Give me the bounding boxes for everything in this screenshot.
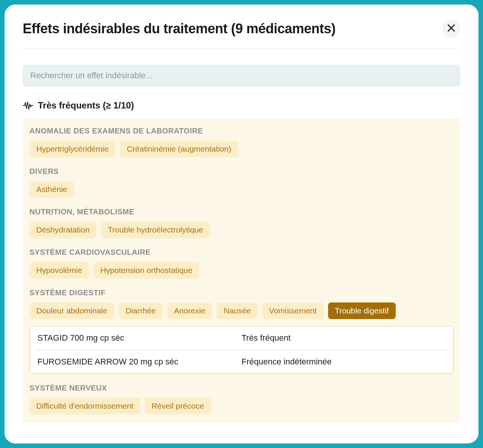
effect-tag[interactable]: Hypotension orthostatique xyxy=(93,262,199,279)
detail-row: STAGID 700 mg cp séc Très fréquent xyxy=(36,326,447,350)
tag-list: Hypovolémie Hypotension orthostatique xyxy=(29,262,454,279)
effect-tag[interactable]: Asthénie xyxy=(29,181,74,198)
detail-drug-name: STAGID 700 mg cp séc xyxy=(37,333,242,343)
effects-panel: ANOMALIE DES EXAMENS DE LABORATOIRE Hype… xyxy=(23,118,460,423)
category-lab: ANOMALIE DES EXAMENS DE LABORATOIRE Hype… xyxy=(29,127,454,157)
close-button[interactable] xyxy=(442,20,460,38)
close-icon xyxy=(447,23,455,35)
tag-list: Hypertriglycéridémie Créatininémie (augm… xyxy=(29,141,454,157)
category-misc: DIVERS Asthénie xyxy=(29,167,454,198)
category-title: SYSTÈME DIGESTIF xyxy=(29,288,454,297)
category-title: SYSTÈME NERVEUX xyxy=(29,384,454,392)
tag-list: Douleur abdominale Diarrhée Anorexie Nau… xyxy=(29,302,454,319)
effect-tag[interactable]: Douleur abdominale xyxy=(29,302,114,319)
detail-drug-name: FUROSEMIDE ARROW 20 mg cp séc xyxy=(37,357,242,367)
modal-title: Effets indésirables du traitement (9 méd… xyxy=(23,21,336,37)
detail-frequency: Très fréquent xyxy=(242,333,446,343)
effect-tag[interactable]: Hypovolémie xyxy=(29,262,89,279)
effect-tag[interactable]: Difficulté d'endormissement xyxy=(29,398,140,414)
frequency-label: Très fréquents (≥ 1/10) xyxy=(38,100,134,111)
category-title: DIVERS xyxy=(29,167,454,176)
category-nervous: SYSTÈME NERVEUX Difficulté d'endormissem… xyxy=(29,384,454,414)
pulse-icon xyxy=(23,101,33,110)
category-cardio: SYSTÈME CARDIOVASCULAIRE Hypovolémie Hyp… xyxy=(29,248,454,279)
detail-frequency: Fréquence indéterminée xyxy=(242,357,446,367)
tag-list: Déshydratation Trouble hydroélectrolytiq… xyxy=(29,222,454,238)
effect-tag[interactable]: Créatininémie (augmentation) xyxy=(120,141,238,157)
effect-tag[interactable]: Vomissement xyxy=(262,302,324,319)
search-input[interactable] xyxy=(23,65,460,87)
effect-tag[interactable]: Trouble hydroélectrolytique xyxy=(101,222,210,238)
effect-tag[interactable]: Anorexie xyxy=(167,302,212,319)
modal-content: Très fréquents (≥ 1/10) ANOMALIE DES EXA… xyxy=(23,49,460,423)
detail-row: FUROSEMIDE ARROW 20 mg cp séc Fréquence … xyxy=(36,350,447,374)
tag-list: Difficulté d'endormissement Réveil préco… xyxy=(29,398,454,414)
effect-tag[interactable]: Déshydratation xyxy=(29,222,96,238)
category-digestive: SYSTÈME DIGESTIF Douleur abdominale Diar… xyxy=(29,288,454,374)
side-effects-modal: Effets indésirables du traitement (9 méd… xyxy=(5,5,478,443)
category-title: NUTRITION, MÉTABOLISME xyxy=(29,208,454,216)
modal-header: Effets indésirables du traitement (9 méd… xyxy=(23,20,460,49)
category-nutrition: NUTRITION, MÉTABOLISME Déshydratation Tr… xyxy=(29,208,454,238)
effect-tag[interactable]: Diarrhée xyxy=(119,302,163,319)
frequency-header: Très fréquents (≥ 1/10) xyxy=(23,100,460,111)
effect-tag[interactable]: Nausée xyxy=(217,302,257,319)
effect-tag[interactable]: Hypertriglycéridémie xyxy=(29,141,115,157)
effect-tag-selected[interactable]: Trouble digestif xyxy=(328,302,396,319)
category-title: ANOMALIE DES EXAMENS DE LABORATOIRE xyxy=(29,127,454,135)
effect-tag[interactable]: Réveil précoce xyxy=(145,398,211,414)
category-title: SYSTÈME CARDIOVASCULAIRE xyxy=(29,248,454,257)
tag-list: Asthénie xyxy=(29,181,454,198)
effect-details: STAGID 700 mg cp séc Très fréquent FUROS… xyxy=(29,326,454,374)
